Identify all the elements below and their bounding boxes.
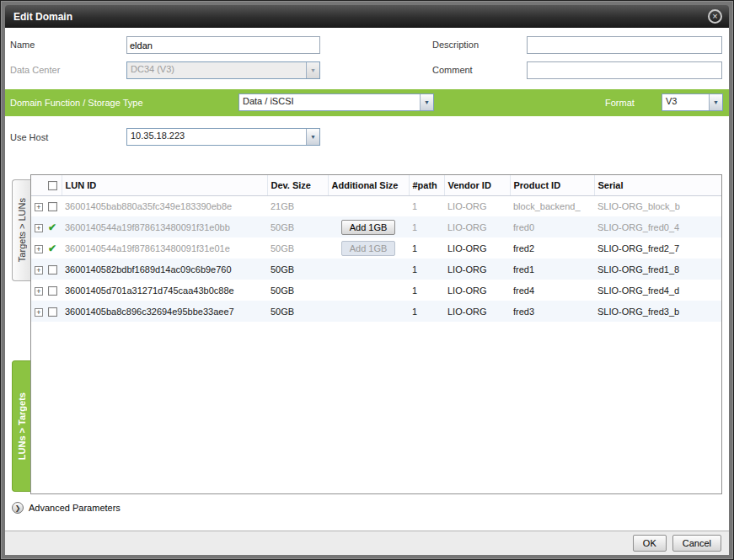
attached-check-icon: ✔ [48,221,56,233]
advanced-parameters-label: Advanced Parameters [29,503,121,513]
path-cell: 1 [409,259,444,280]
attached-check-icon: ✔ [48,243,56,254]
path-cell: 1 [409,237,444,259]
format-value: V3 [662,94,709,110]
select-all-checkbox[interactable] [48,181,57,190]
dev-size-cell: 50GB [267,237,328,259]
add-1gb-button[interactable]: Add 1GB [341,241,396,256]
vendor-id-cell: LIO-ORG [444,237,510,259]
column-header[interactable]: LUN ID [62,175,267,195]
domain-function-label: Domain Function / Storage Type [10,98,143,108]
format-label: Format [605,98,635,108]
dev-size-cell: 50GB [267,301,328,322]
table-row[interactable]: +3600140582bdbf1689d14ac09c6b9e76050GB1L… [31,259,721,280]
column-header[interactable]: Serial [594,175,721,195]
name-input[interactable] [126,36,320,54]
vendor-id-cell: LIO-ORG [444,259,510,280]
path-cell: 1 [409,195,444,216]
data-center-label: Data Center [10,65,60,75]
lun-id-cell: 36001405ba8c896c32694e95bbe33aee7 [62,301,267,322]
format-select[interactable]: V3 ▼ [662,93,723,111]
serial-cell: SLIO-ORG_fred1_8 [594,259,721,280]
table-row[interactable]: +36001405bab880a35fc349e183390eb8e21GB1L… [31,195,721,216]
expand-row-icon[interactable]: + [35,245,43,253]
dev-size-cell: 50GB [267,259,328,280]
column-header[interactable]: #path [409,175,444,195]
product-id-cell: block_backend_ [510,195,594,216]
path-cell: 1 [409,216,444,237]
expand-row-icon[interactable]: + [35,203,43,211]
product-id-cell: fred2 [510,237,594,259]
expand-row-icon[interactable]: + [35,308,43,317]
table-row[interactable]: +✔3600140544a19f878613480091f31e0bb50GBA… [31,216,721,237]
dev-size-cell: 21GB [267,195,328,216]
chevron-down-icon: ▼ [306,62,319,78]
row-checkbox[interactable] [48,202,57,211]
dialog-title: Edit Domain [13,11,708,23]
expand-arrow-icon[interactable]: ❯ [12,502,24,514]
column-header[interactable]: Product ID [510,175,594,195]
additional-size-cell: Add 1GB [328,216,409,237]
comment-label: Comment [432,65,473,75]
serial-cell: SLIO-ORG_fred0_4 [594,216,721,237]
tab-targets-luns[interactable]: Targets > LUNs [12,179,30,281]
additional-size-cell [328,301,409,322]
chevron-down-icon[interactable]: ▼ [306,129,319,145]
name-label: Name [10,40,35,50]
additional-size-cell [328,195,409,216]
row-checkbox[interactable] [48,286,57,296]
expand-column-header [31,175,45,195]
table-row[interactable]: +36001405ba8c896c32694e95bbe33aee750GB1L… [31,301,721,322]
column-header[interactable]: Dev. Size [267,175,328,195]
tab-luns-targets[interactable]: LUNs > Targets [12,360,30,492]
column-header[interactable]: Vendor ID [444,175,510,195]
cancel-button[interactable]: Cancel [672,535,721,552]
row-checkbox[interactable] [48,307,57,317]
ok-button[interactable]: OK [633,535,667,552]
lun-id-cell: 36001405d701a31271d745caa43b0c88e [62,280,267,301]
vendor-id-cell: LIO-ORG [444,280,510,301]
dialog-footer: OK Cancel [5,531,729,555]
lun-table-header-row: LUN IDDev. SizeAdditional Size#pathVendo… [31,175,721,195]
serial-cell: SLIO-ORG_block_b [594,195,721,216]
serial-cell: SLIO-ORG_fred2_7 [594,237,721,259]
edit-domain-dialog: Edit Domain × Name Description Data Cent… [0,0,734,560]
tab-targets-luns-label: Targets > LUNs [17,198,27,262]
close-icon[interactable]: × [708,9,722,24]
lun-id-cell: 3600140582bdbf1689d14ac09c6b9e760 [62,259,267,280]
table-row[interactable]: +36001405d701a31271d745caa43b0c88e50GB1L… [31,280,721,301]
expand-row-icon[interactable]: + [35,287,43,296]
dev-size-cell: 50GB [267,216,328,237]
dialog-titlebar: Edit Domain × [5,5,729,28]
description-input[interactable] [527,36,722,54]
advanced-parameters-toggle[interactable]: ❯ Advanced Parameters [12,502,121,514]
row-checkbox[interactable] [48,265,57,275]
use-host-label: Use Host [10,132,48,142]
comment-input[interactable] [527,61,722,79]
description-label: Description [432,40,479,50]
dialog-content: Name Description Data Center DC34 (V3) ▼… [5,28,729,531]
add-1gb-button[interactable]: Add 1GB [341,220,396,235]
lun-id-cell: 3600140544a19f878613480091f31e01e [62,237,267,259]
column-header[interactable]: Additional Size [328,175,409,195]
chevron-down-icon[interactable]: ▼ [420,94,433,110]
vendor-id-cell: LIO-ORG [444,195,510,216]
serial-cell: SLIO-ORG_fred4_d [594,280,721,301]
data-center-value: DC34 (V3) [127,62,306,78]
chevron-down-icon[interactable]: ▼ [709,94,722,110]
storage-type-select[interactable]: Data / iSCSI ▼ [238,93,434,111]
serial-cell: SLIO-ORG_fred3_b [594,301,721,322]
checkbox-column-header [45,175,62,195]
storage-type-bar: Domain Function / Storage Type Data / iS… [5,89,729,116]
vendor-id-cell: LIO-ORG [444,301,510,322]
expand-row-icon[interactable]: + [35,266,43,275]
additional-size-cell: Add 1GB [328,237,409,259]
vendor-id-cell: LIO-ORG [444,216,510,237]
expand-row-icon[interactable]: + [35,224,43,232]
lun-table: LUN IDDev. SizeAdditional Size#pathVendo… [30,174,722,494]
additional-size-cell [328,280,409,301]
path-cell: 1 [409,301,444,322]
use-host-select[interactable]: 10.35.18.223 ▼ [126,128,320,146]
lun-id-cell: 3600140544a19f878613480091f31e0bb [62,216,267,237]
table-row[interactable]: +✔3600140544a19f878613480091f31e01e50GBA… [31,237,721,259]
